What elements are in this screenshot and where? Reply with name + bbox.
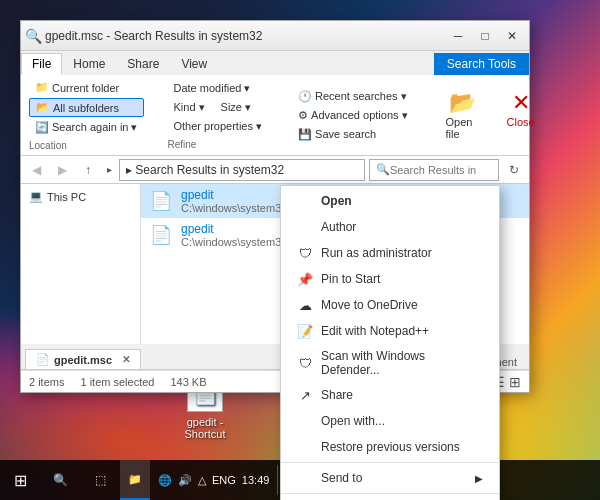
subfolders-icon: 📂: [36, 101, 50, 114]
down-arrow-icon: ▸: [103, 159, 115, 181]
start-button[interactable]: ⊞: [0, 460, 40, 500]
ctx-open[interactable]: Open: [281, 188, 499, 214]
ctx-author[interactable]: Author: [281, 214, 499, 240]
selected-count: 1 item selected: [80, 376, 154, 388]
ctx-sendto-icon: [297, 470, 313, 486]
desktop: 📄 gpedit - Shortcut 🔍 gpedit.msc - Searc…: [0, 0, 600, 500]
ctx-restore-versions[interactable]: Restore previous versions: [281, 434, 499, 460]
search-input[interactable]: [390, 164, 480, 176]
notification-icon[interactable]: △: [198, 474, 206, 487]
ctx-pin-to-start[interactable]: 📌 Pin to Start: [281, 266, 499, 292]
file-tab-icon: 📄: [36, 353, 50, 366]
file-size: 143 KB: [170, 376, 206, 388]
title-bar-controls: ─ □ ✕: [445, 23, 525, 49]
address-path[interactable]: ▸ Search Results in system32: [119, 159, 365, 181]
address-bar: ◀ ▶ ↑ ▸ ▸ Search Results in system32 🔍 ↻: [21, 156, 529, 184]
ctx-author-icon: [297, 219, 313, 235]
open-file-icon: 📂: [449, 90, 476, 116]
up-button[interactable]: ↑: [77, 159, 99, 181]
taskbar-tray: 🌐 🔊 △ ENG 13:49: [150, 465, 291, 495]
ctx-restore-icon: [297, 439, 313, 455]
ctx-edit-notepad[interactable]: 📝 Edit with Notepad++: [281, 318, 499, 344]
ribbon-group-location: 📁 Current folder 📂 All subfolders 🔄 Sear…: [29, 79, 144, 151]
ribbon-save-search[interactable]: 💾 Save search: [292, 126, 414, 143]
ctx-sendto-arrow: ▶: [475, 473, 483, 484]
file-icon-0: 📄: [149, 189, 173, 213]
ctx-pin-icon: 📌: [297, 271, 313, 287]
search-box[interactable]: 🔍: [369, 159, 499, 181]
computer-icon: 💻: [29, 190, 43, 203]
ribbon-all-subfolders[interactable]: 📂 All subfolders: [29, 98, 144, 117]
back-button[interactable]: ◀: [25, 159, 47, 181]
location-label: Location: [29, 140, 144, 151]
ctx-open-with[interactable]: Open with...: [281, 408, 499, 434]
search-icon: 🔍: [376, 163, 390, 176]
ctx-cut[interactable]: Cut: [281, 496, 499, 500]
icons-view-button[interactable]: ⊞: [509, 374, 521, 390]
ribbon-advanced-options[interactable]: ⚙ Advanced options ▾: [292, 107, 414, 124]
ribbon-open-file[interactable]: 📂 Open file: [438, 86, 488, 144]
file-icon-1: 📄: [149, 223, 173, 247]
window-icon: 🔍: [25, 28, 41, 44]
ribbon-kind[interactable]: Kind ▾: [168, 99, 211, 116]
close-button[interactable]: ✕: [499, 23, 525, 49]
recent-icon: 🕐: [298, 90, 312, 103]
ctx-open-icon: [297, 193, 313, 209]
nav-item-thispc[interactable]: 💻 This PC: [25, 188, 136, 205]
taskbar-explorer-icon: 📁: [128, 473, 142, 486]
tab-file[interactable]: File: [21, 53, 62, 75]
taskbar-search-icon[interactable]: 🔍: [40, 460, 80, 500]
ctx-send-to[interactable]: Send to ▶: [281, 465, 499, 491]
file-tab-gpedit[interactable]: 📄 gpedit.msc ✕: [25, 349, 141, 369]
tab-view[interactable]: View: [170, 53, 218, 75]
ctx-onedrive-icon: ☁: [297, 297, 313, 313]
folder-icon: 📁: [35, 81, 49, 94]
ribbon-size[interactable]: Size ▾: [215, 99, 257, 116]
window-title: gpedit.msc - Search Results in system32: [45, 29, 445, 43]
refine-label: Refine: [168, 139, 269, 150]
ctx-run-as-admin[interactable]: 🛡 Run as administrator: [281, 240, 499, 266]
title-bar: 🔍 gpedit.msc - Search Results in system3…: [21, 21, 529, 51]
taskbar-taskview-icon[interactable]: ⬚: [80, 460, 120, 500]
ribbon-close[interactable]: ✕ Close: [496, 86, 546, 144]
windows-icon: ⊞: [14, 471, 27, 490]
maximize-button[interactable]: □: [472, 23, 498, 49]
lang-indicator: ENG: [212, 474, 236, 486]
minimize-button[interactable]: ─: [445, 23, 471, 49]
nav-pane: 💻 This PC: [21, 184, 141, 344]
ctx-sep-2: [281, 493, 499, 494]
item-count: 2 items: [29, 376, 64, 388]
ctx-notepad-icon: 📝: [297, 323, 313, 339]
ribbon-recent-searches[interactable]: 🕐 Recent searches ▾: [292, 88, 414, 105]
ribbon-group-actions: 📂 Open file ✕ Close: [438, 86, 546, 144]
volume-icon[interactable]: 🔊: [178, 474, 192, 487]
save-icon: 💾: [298, 128, 312, 141]
forward-button[interactable]: ▶: [51, 159, 73, 181]
network-icon[interactable]: 🌐: [158, 474, 172, 487]
ribbon-tabs: File Home Share View Search Tools: [21, 51, 529, 75]
ribbon-date-modified[interactable]: Date modified ▾: [168, 80, 269, 97]
ctx-move-to-onedrive[interactable]: ☁ Move to OneDrive: [281, 292, 499, 318]
options-icon: ⚙: [298, 109, 308, 122]
ribbon-other-props[interactable]: Other properties ▾: [168, 118, 269, 135]
close-icon: ✕: [512, 90, 530, 116]
file-tab-close[interactable]: ✕: [122, 354, 130, 365]
ribbon-group-options: 🕐 Recent searches ▾ ⚙ Advanced options ▾…: [292, 88, 414, 143]
tab-home[interactable]: Home: [62, 53, 116, 75]
ctx-sep-1: [281, 462, 499, 463]
ctx-openwith-icon: [297, 413, 313, 429]
ctx-share-icon: ↗: [297, 387, 313, 403]
tab-share[interactable]: Share: [116, 53, 170, 75]
desktop-icon-label: gpedit - Shortcut: [170, 416, 240, 440]
ctx-share[interactable]: ↗ Share: [281, 382, 499, 408]
taskbar-clock[interactable]: 13:49: [242, 473, 270, 487]
ctx-scan-defender[interactable]: 🛡 Scan with Windows Defender...: [281, 344, 499, 382]
refresh-button[interactable]: ↻: [503, 159, 525, 181]
taskbar-explorer-item[interactable]: 📁: [120, 460, 150, 500]
ribbon-search-again[interactable]: 🔄 Search again in ▾: [29, 119, 144, 136]
tab-search[interactable]: Search Tools: [434, 53, 529, 75]
ctx-admin-icon: 🛡: [297, 245, 313, 261]
refresh-icon: 🔄: [35, 121, 49, 134]
ribbon-group-refine: Date modified ▾ Kind ▾ Size ▾ Other prop…: [168, 80, 269, 150]
ribbon-current-folder[interactable]: 📁 Current folder: [29, 79, 144, 96]
